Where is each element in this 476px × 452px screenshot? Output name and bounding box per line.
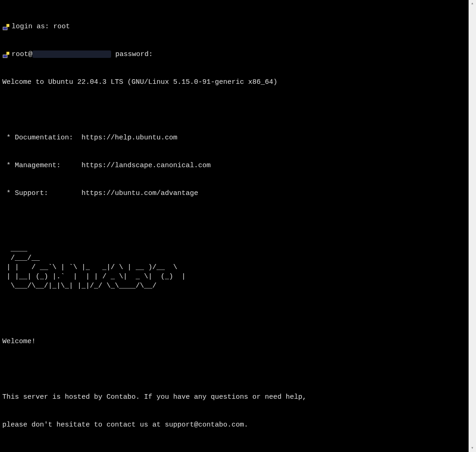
scroll-down-arrow-icon[interactable]: ▾: [469, 445, 476, 452]
login-line-1: login as: root: [2, 22, 469, 31]
welcome-text: Welcome!: [2, 337, 469, 346]
redacted-hostname: [32, 50, 111, 58]
support-link-line: * Support: https://ubuntu.com/advantage: [2, 189, 469, 198]
svg-rect-6: [3, 55, 7, 57]
blank-line: [2, 309, 469, 319]
scroll-up-arrow-icon[interactable]: ▴: [469, 0, 476, 7]
login-prompt: login as: root: [12, 22, 70, 31]
docs-link-line: * Documentation: https://help.ubuntu.com: [2, 133, 469, 143]
putty-icon: [2, 51, 10, 58]
login-line-2: root@ password:: [2, 50, 469, 59]
host-message-1: This server is hosted by Contabo. If you…: [2, 393, 469, 402]
ascii-art-contabo: ____ /___/__ | | / __`\ | `\ |_ _|/ \ | …: [2, 245, 469, 291]
mgmt-link-line: * Management: https://landscape.canonica…: [2, 161, 469, 170]
scrollbar[interactable]: ▴ ▾: [469, 0, 476, 452]
welcome-ubuntu: Welcome to Ubuntu 22.04.3 LTS (GNU/Linux…: [2, 78, 469, 87]
terminal-window[interactable]: login as: root root@ password: Welcome t…: [0, 0, 469, 452]
blank-line: [2, 217, 469, 226]
blank-line: [2, 106, 469, 115]
putty-icon: [2, 23, 10, 31]
blank-line: [2, 365, 469, 374]
host-message-2: please don't hesitate to contact us at s…: [2, 421, 469, 430]
blank-line: [2, 448, 469, 452]
svg-rect-1: [3, 27, 7, 30]
password-prompt: root@ password:: [12, 50, 153, 59]
